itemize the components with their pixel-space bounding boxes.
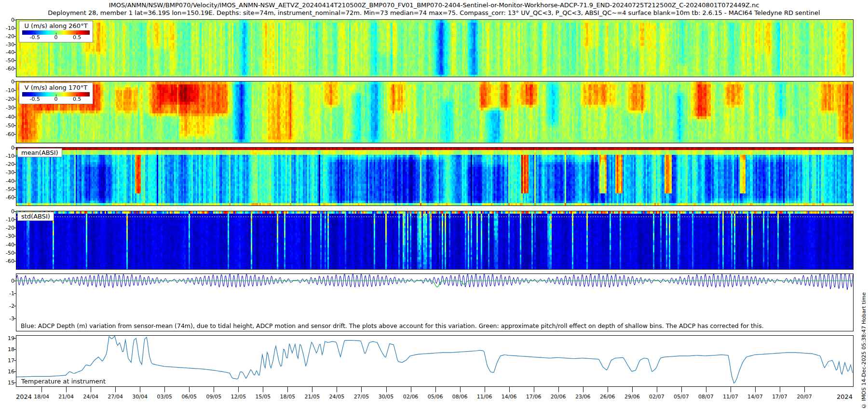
y-tick-mark [14,197,16,198]
x-tick-label: 05/06 [425,394,446,400]
x-tick-label: 14/06 [499,394,520,400]
x-tick-mark [66,387,67,392]
y-tick-mark [14,164,16,164]
y-tick-label: -60 [1,194,14,200]
x-tick-mark [804,387,805,392]
mean-absi-heatmap [16,148,853,205]
x-tick-mark [238,387,239,392]
x-tick-label: 09/05 [203,394,224,400]
y-tick-label: -3 [1,315,14,322]
adcp-figure: IMOS/ANMN/NSW/BMP070/Velocity/IMOS_ANMN-… [0,0,868,410]
y-tick-label: -30 [1,41,14,47]
y-tick-mark [14,228,16,228]
x-tick-mark [755,387,756,392]
y-tick-mark [14,338,16,339]
y-tick-mark [14,99,16,99]
y-tick-mark [14,219,16,220]
x-tick-label: 17/07 [769,394,790,400]
colorbar-tick-label: 0.5 [73,34,81,41]
y-tick-label: 0 [1,208,14,215]
y-tick-mark [14,253,16,253]
x-tick-label: 11/06 [474,394,495,400]
y-tick-mark [14,156,16,156]
x-tick-label: 23/06 [572,394,594,400]
mean-absi-label: mean(ABSI) [17,148,62,157]
y-tick-mark [14,349,16,350]
x-tick-label: 03/05 [154,394,175,400]
y-tick-label: -30 [1,169,14,176]
x-tick-label: 27/04 [105,394,126,400]
y-tick-mark [14,125,16,126]
y-tick-mark [14,20,16,20]
x-tick-mark [632,387,633,392]
x-tick-mark [534,387,534,392]
depth-variation-panel: Blue: ADCP Depth (m) variation from sens… [16,273,854,331]
x-tick-mark [706,387,706,392]
y-tick-label: -30 [1,105,14,111]
y-tick-mark [14,90,16,91]
y-tick-label: -20 [1,225,14,231]
x-tick-label: 14/07 [745,394,766,400]
y-tick-label: -20 [1,33,14,39]
y-tick-mark [14,360,16,361]
y-tick-mark [14,318,16,319]
y-tick-label: -1 [1,290,14,297]
x-tick-label: 08/06 [449,394,471,400]
y-tick-mark [14,52,16,53]
x-tick-mark [287,387,288,392]
x-tick-label: 27/05 [351,394,372,400]
temperature-lineplot [16,336,853,386]
y-tick-label: -10 [1,87,14,94]
x-tick-label: 20/06 [548,394,569,400]
y-tick-mark [14,245,16,245]
x-tick-label: 30/05 [376,394,397,400]
u-legend: U (m/s) along 260°T -0.500.5 [19,21,93,42]
colorbar-tick-label: 0 [54,96,58,102]
x-tick-label: 21/04 [55,394,77,400]
x-tick-label: 18/05 [277,394,298,400]
y-tick-label: 0 [1,278,14,284]
y-tick-label: -50 [1,122,14,128]
x-tick-label: 08/07 [695,394,717,400]
copyright-vertical-text: © IMOS 14-Dec-2025 05:38:47 Hobart time [861,292,867,409]
x-tick-mark [780,387,780,392]
std-absi-label: std(ABSI) [17,212,54,221]
x-tick-label: 05/07 [671,394,692,400]
y-tick-label: -50 [1,57,14,64]
u-colorbar-tick-labels: -0.500.5 [22,35,90,41]
y-tick-label: 19 [1,335,14,342]
std-absi-panel: std(ABSI) [16,211,854,270]
colorbar-tick-label: -0.5 [30,34,40,41]
x-tick-mark [681,387,682,392]
x-tick-mark [91,387,91,392]
x-tick-label: 12/05 [228,394,249,400]
y-tick-label: -10 [1,153,14,159]
y-tick-label: -20 [1,96,14,102]
x-tick-mark [731,387,731,392]
y-tick-label: -40 [1,49,14,55]
y-tick-label: -40 [1,113,14,120]
x-tick-mark [361,387,362,392]
y-tick-mark [14,172,16,173]
y-tick-mark [14,36,16,37]
x-axis-year-left: 2024 [16,393,32,400]
y-tick-label: -60 [1,131,14,137]
y-tick-label: 0 [1,79,14,85]
temperature-panel: Temperature at instrument [16,335,854,387]
v-legend: V (m/s) along 170°T -0.500.5 [19,82,93,104]
x-tick-label: 02/07 [646,394,667,400]
v-colorbar-tick-labels: -0.500.5 [22,96,90,103]
x-tick-mark [583,387,583,392]
x-tick-mark [164,387,165,392]
y-tick-mark [14,44,16,45]
y-tick-mark [14,82,16,82]
y-tick-label: 17 [1,357,14,364]
x-tick-label: 30/04 [129,394,150,400]
y-tick-mark [14,134,16,135]
y-tick-label: -30 [1,233,14,239]
y-tick-mark [14,181,16,181]
x-tick-mark [509,387,510,392]
figure-subtitle: Deployment 28, member 1 lat=36.19S lon=1… [0,9,868,16]
y-tick-label: -20 [1,161,14,167]
x-tick-mark [411,387,411,392]
